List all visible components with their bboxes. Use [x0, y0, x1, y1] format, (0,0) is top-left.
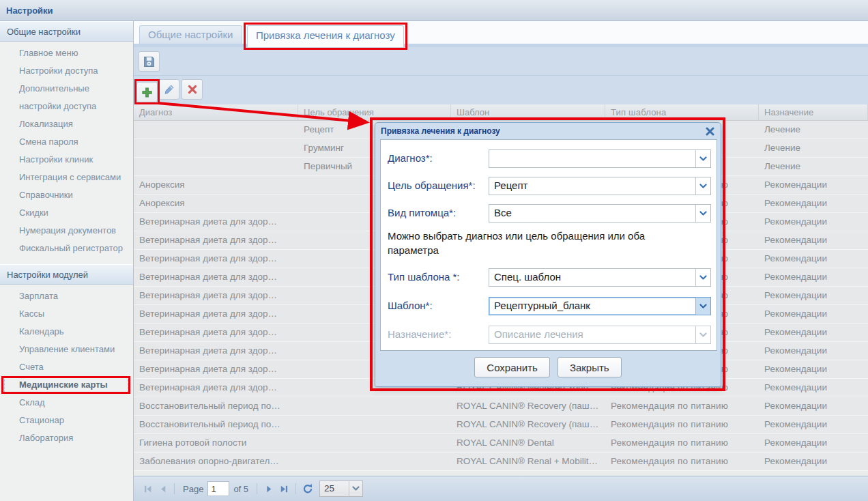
sidebar-item[interactable]: Зарплата [0, 287, 133, 305]
column-header[interactable]: Диагноз [134, 104, 298, 120]
save-button[interactable] [139, 51, 160, 72]
page-size-combo[interactable]: 25 [319, 481, 363, 497]
table-cell[interactable]: Рекомендации [759, 360, 868, 378]
table-cell[interactable]: Лечение [759, 158, 868, 175]
column-header[interactable]: Тип шаблона [605, 104, 759, 120]
template-combo[interactable]: Рецептурный_бланк [489, 297, 711, 315]
table-cell[interactable]: Ветеринарная диета для здор… [134, 287, 298, 304]
chevron-down-icon[interactable] [695, 150, 710, 167]
save-dialog-button[interactable]: Сохранить [474, 357, 550, 377]
tab-general-settings[interactable]: Общие настройки [139, 25, 242, 44]
tab-treatment-diagnosis-binding[interactable]: Привязка лечения к диагнозу [247, 25, 404, 47]
sidebar-item[interactable]: Главное меню [0, 44, 133, 62]
table-cell[interactable]: Рекомендации [759, 213, 868, 231]
table-row[interactable]: Восстановительный период по…ROYAL CANIN®… [134, 416, 868, 434]
table-cell[interactable]: ROYAL CANIN® Recovery (паш… [451, 416, 605, 433]
next-page-button[interactable] [261, 481, 276, 496]
chevron-down-icon[interactable] [695, 177, 710, 195]
pet-type-combo[interactable]: Все [489, 204, 711, 223]
table-row[interactable]: Восстановительный период по…ROYAL CANIN®… [134, 397, 868, 416]
table-cell[interactable]: Заболевания опорно-двигател… [134, 453, 298, 470]
table-cell[interactable]: Ветеринарная диета для здор… [134, 324, 298, 341]
table-cell[interactable]: Рекомендации [759, 268, 868, 286]
table-cell[interactable]: Ветеринарная диета для здор… [134, 360, 298, 378]
sidebar-item[interactable]: Счета [0, 358, 133, 376]
add-button[interactable] [136, 82, 158, 102]
table-cell[interactable] [134, 121, 298, 139]
table-cell[interactable]: Ветеринарная диета для здор… [134, 268, 298, 286]
table-row[interactable]: Гигиена ротовой полостиROYAL CANIN® Dent… [134, 434, 868, 453]
last-page-button[interactable] [276, 481, 291, 496]
table-cell[interactable]: Ветеринарная диета для здор… [134, 231, 298, 249]
table-cell[interactable]: Анорексия [134, 195, 298, 212]
sidebar-item[interactable]: Справочники [0, 186, 133, 204]
sidebar-item[interactable]: Интеграция с сервисами [0, 169, 133, 186]
visit-purpose-combo[interactable]: Рецепт [489, 177, 711, 195]
table-cell[interactable]: Рекомендации [759, 453, 868, 470]
table-cell[interactable]: Анорексия [134, 176, 298, 194]
sidebar-item[interactable]: Календарь [0, 323, 133, 341]
refresh-button[interactable] [300, 481, 315, 496]
table-cell[interactable]: Рекомендации [759, 250, 868, 268]
diagnosis-combo[interactable] [489, 149, 711, 168]
table-cell[interactable]: Рекомендации [759, 342, 868, 360]
chevron-down-icon[interactable] [695, 269, 710, 286]
table-cell[interactable]: Восстановительный период по… [134, 397, 298, 415]
sidebar-item[interactable]: Медицинские карты [0, 376, 133, 394]
sidebar-item[interactable]: Скидки [0, 204, 133, 222]
table-cell[interactable]: Рекомендации [759, 305, 868, 323]
table-cell[interactable]: Восстановительный период по… [134, 416, 298, 433]
sidebar-item[interactable]: Фискальный регистратор [0, 240, 133, 257]
sidebar-item[interactable]: Кассы [0, 305, 133, 323]
sidebar-item[interactable]: Дополнительные настройки доступа [0, 80, 133, 115]
table-cell[interactable]: Рекомендации [759, 231, 868, 249]
sidebar-item[interactable]: Настройки клиник [0, 151, 133, 169]
table-row[interactable]: Заболевания опорно-двигател…ROYAL CANIN®… [134, 453, 868, 471]
column-header[interactable]: Шаблон [451, 104, 605, 120]
table-cell[interactable]: Рекомендации [759, 434, 868, 452]
sidebar-group-header[interactable]: Общие настройки [0, 21, 133, 42]
table-cell[interactable]: Рекомендации [759, 176, 868, 194]
table-cell[interactable]: Рекомендации [759, 416, 868, 433]
sidebar-item[interactable]: Стационар [0, 412, 133, 429]
table-cell[interactable]: Ветеринарная диета для здор… [134, 342, 298, 360]
edit-button[interactable] [158, 79, 179, 100]
table-cell[interactable]: Рекомендация по питанию [605, 397, 759, 415]
table-cell[interactable] [134, 158, 298, 175]
table-cell[interactable]: Рекомендации [759, 195, 868, 212]
table-cell[interactable] [298, 434, 451, 452]
table-cell[interactable]: Ветеринарная диета для здор… [134, 250, 298, 268]
sidebar-item[interactable]: Управление клиентами [0, 341, 133, 358]
table-cell[interactable]: Рекомендация по питанию [605, 416, 759, 433]
delete-button[interactable] [182, 79, 203, 100]
column-header[interactable]: Назначение [759, 104, 868, 120]
table-cell[interactable]: Ветеринарная диета для здор… [134, 305, 298, 323]
table-cell[interactable]: Рекомендация по питанию [605, 434, 759, 452]
table-cell[interactable]: Лечение [759, 139, 868, 157]
table-cell[interactable]: Ветеринарная диета для здор… [134, 379, 298, 397]
column-header[interactable]: Цель обращения [298, 104, 451, 120]
table-cell[interactable]: Лечение [759, 121, 868, 139]
page-number-input[interactable] [207, 481, 229, 496]
table-cell[interactable]: Рекомендации [759, 324, 868, 341]
sidebar-item[interactable]: Лаборатория [0, 429, 133, 447]
close-icon[interactable] [704, 126, 716, 137]
sidebar-item[interactable]: Склад [0, 394, 133, 412]
table-cell[interactable]: Рекомендация по питанию [605, 453, 759, 470]
table-cell[interactable]: Рекомендации [759, 287, 868, 304]
table-cell[interactable]: Рекомендации [759, 397, 868, 415]
table-cell[interactable]: Рекомендации [759, 379, 868, 397]
table-cell[interactable]: ROYAL CANIN® Renal + Mobilit… [451, 453, 605, 470]
table-cell[interactable] [298, 453, 451, 470]
table-cell[interactable] [298, 397, 451, 415]
table-cell[interactable]: Ветеринарная диета для здор… [134, 213, 298, 231]
sidebar-group-header[interactable]: Настройки модулей [0, 264, 133, 285]
table-cell[interactable]: Гигиена ротовой полости [134, 434, 298, 452]
sidebar-item[interactable]: Смена пароля [0, 133, 133, 151]
table-cell[interactable] [134, 139, 298, 157]
chevron-down-icon[interactable] [695, 205, 710, 222]
sidebar-item[interactable]: Нумерация документов [0, 222, 133, 240]
sidebar-item[interactable]: Настройки доступа [0, 62, 133, 80]
table-cell[interactable] [298, 416, 451, 433]
table-cell[interactable]: ROYAL CANIN® Dental [451, 434, 605, 452]
